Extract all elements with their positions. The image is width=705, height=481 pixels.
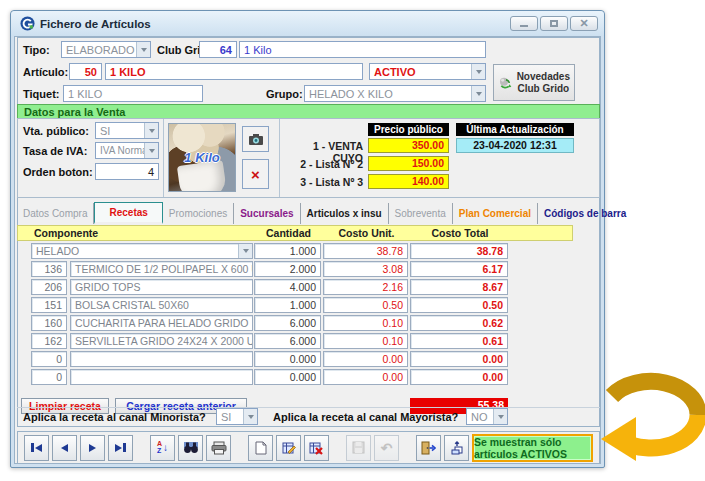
tab-articulos-x-insu[interactable]: Articulos x insu: [301, 203, 389, 224]
tasa-iva-select[interactable]: IVA Normal: [95, 142, 159, 159]
undo-icon: ↶: [381, 441, 393, 455]
mayorista-select[interactable]: NO: [466, 408, 508, 425]
search-button[interactable]: [178, 435, 203, 461]
grupo-select[interactable]: HELADO X KILO: [304, 85, 486, 102]
club-grido-name-field[interactable]: 1 Kilo: [239, 41, 486, 58]
qty-cell[interactable]: 0.000: [254, 369, 321, 385]
next-record-icon: [89, 444, 96, 452]
tab-promociones[interactable]: Promociones: [163, 203, 234, 224]
save-button[interactable]: [346, 435, 371, 461]
minorista-label: Aplica la receta al canal Minorista?: [23, 411, 206, 423]
toolbar: AZ↓: [17, 431, 600, 464]
photo-upload-button[interactable]: [242, 126, 269, 152]
novedades-label-line1: Novedades: [517, 71, 570, 83]
unit-cost-cell: 0.10: [323, 315, 408, 331]
orden-boton-field[interactable]: 4: [95, 163, 159, 180]
price-venta-cuyo[interactable]: 350.00: [368, 138, 449, 153]
copy-records-icon: [450, 441, 464, 455]
divider: [279, 119, 280, 197]
total-cost-cell: 0.62: [410, 315, 508, 331]
minimize-button[interactable]: [510, 16, 538, 31]
name-cell[interactable]: CUCHARITA PARA HELADO GRIDO: [70, 315, 253, 331]
exit-button[interactable]: [416, 435, 441, 461]
first-record-button[interactable]: [24, 435, 49, 461]
chevron-down-icon: [144, 123, 158, 138]
novedades-club-grido-button[interactable]: Novedades Club Grido: [493, 64, 575, 101]
window-title: Fichero de Artículos: [40, 18, 151, 30]
code-cell[interactable]: 162: [31, 333, 67, 349]
recipe-row: 0 0.000 0.00 0.00: [17, 369, 600, 385]
chevron-down-icon: [238, 244, 252, 258]
estado-select[interactable]: ACTIVO: [369, 63, 486, 80]
close-icon: ✕: [579, 18, 588, 29]
articulo-code-field[interactable]: 50: [69, 63, 102, 80]
orden-boton-label: Orden boton:: [23, 166, 93, 178]
tab-plan-comercial[interactable]: Plan Comercial: [453, 203, 538, 224]
price-lista-2[interactable]: 150.00: [368, 156, 449, 171]
name-cell[interactable]: GRIDO TOPS: [70, 279, 253, 295]
titlebar[interactable]: Fichero de Artículos ✕: [11, 11, 604, 36]
club-grido-code-field[interactable]: 64: [199, 41, 237, 58]
name-cell[interactable]: SERVILLETA GRIDO 24X24 X 2000 UNID: [70, 333, 253, 349]
name-cell[interactable]: BOLSA CRISTAL 50X60: [70, 297, 253, 313]
copy-article-button[interactable]: [444, 435, 469, 461]
photo-delete-button[interactable]: ×: [242, 159, 269, 189]
fichero-articulos-window: Fichero de Artículos ✕ Tipo: ELABORADO C…: [10, 10, 605, 468]
tipo-select[interactable]: ELABORADO: [61, 41, 151, 58]
tab-datos-compra[interactable]: Datos Compra: [17, 203, 94, 224]
price-lista-3[interactable]: 140.00: [368, 174, 449, 189]
minorista-select[interactable]: SI: [216, 408, 258, 425]
qty-cell[interactable]: 1.000: [254, 297, 321, 313]
novedades-label-line2: Club Grido: [517, 83, 570, 95]
tiquet-field[interactable]: 1 KILO: [63, 85, 203, 102]
vta-publico-select[interactable]: SI: [95, 122, 159, 139]
mayorista-label: Aplica la receta al canal Mayorista?: [273, 411, 458, 423]
tab-sucursales[interactable]: Sucursales: [234, 203, 300, 224]
undo-button[interactable]: ↶: [374, 435, 399, 461]
name-cell[interactable]: [70, 351, 253, 367]
tab-codigos-de-barra[interactable]: Códigos de barra: [538, 203, 632, 224]
qty-cell[interactable]: 0.000: [254, 351, 321, 367]
precio-publico-header: Precio público: [368, 123, 449, 136]
price-row-label: 2 - Lista Nº 2: [283, 158, 363, 170]
total-cost-cell: 0.00: [410, 351, 508, 367]
article-photo: 1 Kilo: [168, 123, 236, 192]
camera-icon: [248, 133, 264, 146]
next-record-button[interactable]: [80, 435, 105, 461]
qty-cell[interactable]: 4.000: [254, 279, 321, 295]
delete-record-button[interactable]: [304, 435, 329, 461]
code-cell[interactable]: 151: [31, 297, 67, 313]
tab-sobreventa[interactable]: Sobreventa: [389, 203, 453, 224]
code-cell[interactable]: 206: [31, 279, 67, 295]
qty-cell[interactable]: 2.000: [254, 261, 321, 277]
close-button[interactable]: ✕: [570, 16, 598, 31]
maximize-button[interactable]: [540, 16, 568, 31]
last-record-button[interactable]: [108, 435, 133, 461]
chevron-down-icon: [144, 143, 158, 158]
price-row-label: 3 - Lista Nº 3: [283, 176, 363, 188]
chevron-down-icon: [136, 42, 150, 57]
last-update-value: 23-04-2020 12:31: [456, 138, 574, 153]
articulo-name-field[interactable]: 1 KILO: [105, 63, 363, 80]
sort-button[interactable]: AZ↓: [150, 435, 175, 461]
recipe-row: 206 GRIDO TOPS 4.000 2.16 8.67: [17, 279, 600, 295]
recipe-row: 160 CUCHARITA PARA HELADO GRIDO 6.000 0.…: [17, 315, 600, 331]
screen: Fichero de Artículos ✕ Tipo: ELABORADO C…: [0, 0, 705, 481]
tab-recetas[interactable]: Recetas: [94, 202, 162, 224]
qty-cell[interactable]: 1.000: [254, 243, 321, 259]
code-cell[interactable]: 160: [31, 315, 67, 331]
code-cell[interactable]: 136: [31, 261, 67, 277]
edit-record-button[interactable]: [276, 435, 301, 461]
code-cell[interactable]: 0: [31, 351, 67, 367]
new-record-button[interactable]: [248, 435, 273, 461]
qty-cell[interactable]: 6.000: [254, 315, 321, 331]
qty-cell[interactable]: 6.000: [254, 333, 321, 349]
name-cell[interactable]: [70, 369, 253, 385]
print-button[interactable]: [206, 435, 231, 461]
col-costo-total: Costo Total: [411, 227, 509, 239]
grupo-label: Grupo:: [266, 88, 303, 100]
code-cell[interactable]: 0: [31, 369, 67, 385]
name-cell[interactable]: TERMICO DE 1/2 POLIPAPEL X 600 UNID.: [70, 261, 253, 277]
component-select[interactable]: HELADO: [31, 243, 253, 259]
previous-record-button[interactable]: [52, 435, 77, 461]
